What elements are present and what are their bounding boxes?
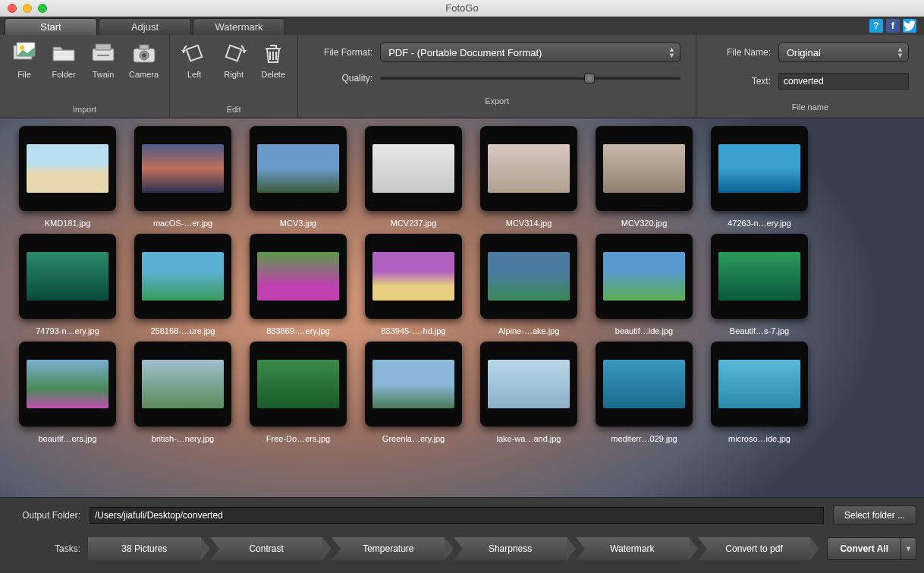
rotate-right-button[interactable]: Right [220,39,247,79]
thumbnail-item[interactable]: 883945-…-hd.jpg [361,234,466,335]
convert-all-button[interactable]: Convert All [827,537,901,560]
close-window-button[interactable] [8,4,17,13]
task-step[interactable]: 38 Pictures [88,537,201,560]
thumbnail-item[interactable]: macOS-…er.jpg [130,126,235,228]
thumbnail-frame[interactable] [480,342,577,427]
rotate-left-icon [181,39,208,67]
rotate-left-button[interactable]: Left [181,39,208,79]
zoom-window-button[interactable] [38,4,47,13]
quality-slider[interactable] [380,77,680,80]
thumbnail-label: mediterr…029.jpg [611,434,677,443]
help-icon[interactable]: ? [869,19,883,33]
thumbnail-frame[interactable] [596,234,693,319]
facebook-icon[interactable]: f [886,19,900,33]
group-export: File Format: PDF - (Portable Document Fo… [298,35,696,118]
thumbnail-label: microso…ide.jpg [728,434,790,443]
thumbnail-item[interactable]: mediterr…029.jpg [592,342,696,443]
thumbnail-item[interactable]: MCV237.jpg [361,126,466,228]
thumbnail-frame[interactable] [365,126,462,211]
group-edit-label: Edit [181,102,287,116]
folder-icon [50,39,77,67]
thumbnail-item[interactable]: MCV314.jpg [476,126,581,228]
file-button[interactable]: File [11,39,38,79]
text-label: Text: [712,76,771,87]
thumbnail-frame[interactable] [711,126,808,211]
thumbnail-frame[interactable] [365,342,462,427]
thumbnail-item[interactable]: Greenla…ery.jpg [361,342,466,443]
quality-slider-thumb[interactable] [584,73,595,83]
convert-all-more-button[interactable]: ▼ [901,537,916,560]
file-format-dropdown[interactable]: PDF - (Portable Document Format) ▲▼ [380,43,680,62]
thumbnail-label: british-…nery.jpg [152,434,214,443]
file-icon [11,39,38,67]
minimize-window-button[interactable] [23,4,32,13]
output-folder-input[interactable] [90,507,824,524]
thumbnail-label: 258168-…ure.jpg [150,326,215,335]
thumbnail-item[interactable]: MCV320.jpg [592,126,696,228]
thumbnail-item[interactable]: KMD181.jpg [15,126,120,228]
twain-button[interactable]: Twain [90,39,117,79]
thumbnail-item[interactable]: 47263-n…ery.jpg [707,126,812,228]
social-buttons: ? f [869,19,916,33]
thumbnail-item[interactable]: 258168-…ure.jpg [130,234,235,335]
thumbnail-image [488,360,570,408]
thumbnail-image [603,360,685,408]
thumbnail-image [142,252,224,301]
camera-button[interactable]: Camera [129,39,159,79]
svg-point-9 [142,53,146,58]
filename-text-input[interactable] [778,73,909,90]
task-step[interactable]: Convert to pdf [698,537,811,560]
task-step[interactable]: Contrast [210,537,323,560]
thumbnail-frame[interactable] [250,234,347,319]
svg-point-2 [20,46,24,50]
delete-button[interactable]: Delete [259,39,287,79]
task-step[interactable]: Watermark [576,537,689,560]
twitter-icon[interactable] [903,19,916,33]
thumbnail-image [142,144,224,193]
thumbnail-frame[interactable] [134,234,231,319]
thumbnail-frame[interactable] [134,342,231,427]
select-folder-button[interactable]: Select folder ... [833,505,916,525]
thumbnail-label: MCV3.jpg [280,219,316,228]
thumbnail-frame[interactable] [134,126,231,211]
thumbnail-frame[interactable] [19,234,116,319]
file-name-dropdown[interactable]: Original ▲▼ [778,43,909,62]
thumbnail-frame[interactable] [19,126,116,211]
thumbnail-item[interactable]: lake-wa…and.jpg [476,342,581,443]
group-filename: File Name: Original ▲▼ Text: File name [696,35,924,118]
thumbnail-item[interactable]: 883869-…ery.jpg [246,234,350,335]
thumbnail-item[interactable]: microso…ide.jpg [707,342,812,443]
thumbnail-item[interactable]: 74793-n…ery.jpg [15,234,120,335]
thumbnail-frame[interactable] [250,342,347,427]
thumbnail-item[interactable]: Beautif…s-7.jpg [707,234,812,335]
svg-rect-7 [140,45,149,49]
tool-label: Left [187,70,201,79]
thumbnail-item[interactable]: beautif…ide.jpg [592,234,696,335]
thumbnail-frame[interactable] [365,234,462,319]
thumbnail-label: MCV320.jpg [621,219,668,228]
thumbnail-item[interactable]: beautif…ers.jpg [15,342,120,443]
thumbnail-frame[interactable] [596,342,693,427]
thumbnail-item[interactable]: Alpine-…ake.jpg [476,234,581,335]
thumbnail-frame[interactable] [480,234,577,319]
titlebar: FotoGo [0,0,924,17]
thumbnail-frame[interactable] [250,126,347,211]
thumbnail-label: MCV237.jpg [391,219,437,228]
thumbnail-label: macOS-…er.jpg [153,219,212,228]
thumbnail-frame[interactable] [596,126,693,211]
thumbnail-image [718,252,800,301]
task-step[interactable]: Temperature [332,537,445,560]
tab-adjust[interactable]: Adjust [99,18,191,35]
thumbnail-frame[interactable] [19,342,116,427]
tab-watermark[interactable]: Watermark [193,18,285,35]
thumbnail-item[interactable]: MCV3.jpg [246,126,350,228]
thumbnail-frame[interactable] [480,126,577,211]
thumbnail-frame[interactable] [711,234,808,319]
thumbnail-item[interactable]: Free-Do…ers.jpg [246,342,350,443]
thumbnail-item[interactable]: british-…nery.jpg [130,342,235,443]
folder-button[interactable]: Folder [50,39,77,79]
task-step[interactable]: Sharpness [454,537,567,560]
thumbnail-grid[interactable]: KMD181.jpgmacOS-…er.jpgMCV3.jpgMCV237.jp… [0,118,924,497]
tab-start[interactable]: Start [5,18,97,35]
thumbnail-frame[interactable] [711,342,808,427]
